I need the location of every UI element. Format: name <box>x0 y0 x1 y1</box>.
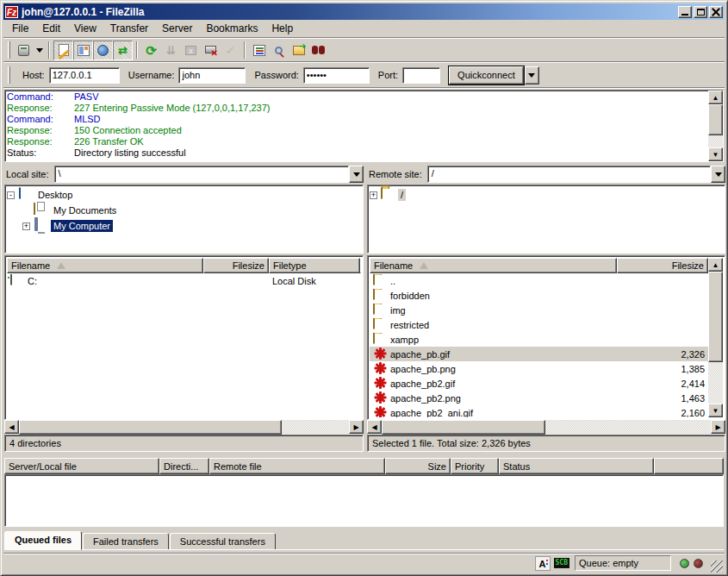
find-files-icon[interactable] <box>308 41 328 60</box>
remote-hscroll-thumb[interactable] <box>382 420 545 435</box>
log-scrollbar[interactable]: ▲ ▼ <box>708 91 723 161</box>
column-filetype[interactable]: Filetype <box>269 258 360 273</box>
menu-edit[interactable]: Edit <box>35 20 67 37</box>
remote-vscroll-thumb[interactable] <box>708 272 723 362</box>
column-filename[interactable]: Filename <box>7 258 203 273</box>
remote-file-row-selected[interactable]: apache_pb.gif 2,326 <box>370 347 708 361</box>
scroll-down-icon[interactable]: ▼ <box>708 147 723 161</box>
selected-tree-item[interactable]: My Computer <box>51 220 113 232</box>
cancel-operation-icon[interactable]: x <box>181 41 201 60</box>
remote-file-row[interactable]: apache_pb2.gif 2,414 <box>370 376 708 391</box>
transfer-type-ascii-icon[interactable]: A <box>535 556 551 571</box>
local-site-combo[interactable]: \ <box>54 166 364 183</box>
column-filesize[interactable]: Filesize <box>617 258 708 273</box>
queue-list[interactable] <box>4 474 724 527</box>
directory-comparison-icon[interactable] <box>269 41 289 60</box>
synchronized-browsing-icon[interactable] <box>289 41 308 60</box>
column-priority[interactable]: Priority <box>451 458 499 474</box>
local-hscroll-thumb[interactable] <box>19 420 282 435</box>
remote-vscrollbar[interactable]: ▲ ▼ <box>708 258 723 417</box>
menu-bookmarks[interactable]: Bookmarks <box>199 20 264 37</box>
toggle-remote-tree-icon[interactable] <box>93 41 113 60</box>
menu-server[interactable]: Server <box>155 20 199 37</box>
directory-listing-filters-icon[interactable] <box>249 41 269 60</box>
reconnect-icon[interactable]: ✓ <box>221 41 240 60</box>
local-file-row[interactable]: C: Local Disk <box>7 273 361 288</box>
remote-site-dropdown[interactable] <box>711 166 725 183</box>
remote-hscrollbar[interactable]: ◀ ▶ <box>367 420 725 435</box>
resize-grip[interactable] <box>711 560 723 573</box>
collapse-icon[interactable]: - <box>7 191 15 199</box>
column-size[interactable]: Size <box>385 458 451 474</box>
log-scroll-thumb[interactable] <box>708 104 723 135</box>
menu-view[interactable]: View <box>67 20 103 37</box>
speedlimit-badge-icon[interactable]: SCB <box>554 558 569 568</box>
toggle-message-log-icon[interactable] <box>53 41 73 60</box>
minimize-button[interactable] <box>678 6 692 18</box>
remote-site-value[interactable]: / <box>427 166 711 183</box>
local-site-dropdown[interactable] <box>349 166 364 183</box>
computer-icon <box>34 219 47 233</box>
chevron-down-icon <box>353 172 360 177</box>
remote-file-row[interactable]: .. <box>370 273 708 288</box>
remote-file-row[interactable]: xampp <box>370 332 708 347</box>
disconnect-icon[interactable] <box>201 41 221 60</box>
scroll-up-icon[interactable]: ▲ <box>708 91 723 104</box>
menu-transfer[interactable]: Transfer <box>103 20 155 37</box>
local-hscrollbar[interactable]: ◀ ▶ <box>4 420 364 435</box>
scroll-left-icon[interactable]: ◀ <box>4 420 19 434</box>
tab-queued-files[interactable]: Queued files <box>4 531 82 550</box>
column-remote-file[interactable]: Remote file <box>209 458 385 474</box>
remote-file-row[interactable]: forbidden <box>370 288 708 303</box>
expand-icon[interactable]: + <box>370 191 377 199</box>
remote-file-row[interactable]: img <box>370 303 708 317</box>
quickconnect-button[interactable]: Quickconnect <box>449 66 524 85</box>
scroll-right-icon[interactable]: ▶ <box>711 420 725 434</box>
refresh-icon[interactable]: ⟳ <box>141 41 161 60</box>
column-status[interactable]: Status <box>499 458 654 474</box>
scroll-left-icon[interactable]: ◀ <box>367 420 382 434</box>
tab-failed-transfers[interactable]: Failed transfers <box>83 533 169 550</box>
image-file-icon <box>373 347 387 361</box>
scroll-down-icon[interactable]: ▼ <box>708 404 723 417</box>
site-manager-icon[interactable] <box>14 41 34 60</box>
local-status: 4 directories <box>4 435 364 452</box>
tab-successful-transfers[interactable]: Successful transfers <box>170 533 276 550</box>
scroll-up-icon[interactable]: ▲ <box>708 258 723 272</box>
tree-item-my-computer[interactable]: + My Computer <box>7 218 361 234</box>
username-input[interactable] <box>178 67 246 84</box>
folder-icon <box>373 289 387 303</box>
process-queue-icon[interactable]: ⇊ <box>161 41 181 60</box>
maximize-button[interactable] <box>694 6 707 18</box>
column-last-modified[interactable]: L <box>360 258 361 273</box>
quickconnect-grip[interactable] <box>8 66 10 84</box>
column-empty <box>654 458 724 474</box>
menu-file[interactable]: File <box>5 20 35 37</box>
column-filesize[interactable]: Filesize <box>203 258 269 273</box>
local-site-value[interactable]: \ <box>54 166 349 183</box>
scroll-right-icon[interactable]: ▶ <box>349 420 364 434</box>
toggle-local-tree-icon[interactable] <box>73 41 93 60</box>
port-input[interactable] <box>402 67 440 84</box>
app-icon[interactable]: Fz <box>5 6 18 18</box>
site-manager-dropdown[interactable] <box>34 41 45 60</box>
tree-item-my-documents[interactable]: My Documents <box>7 203 361 218</box>
remote-file-row[interactable]: restricted <box>370 317 708 332</box>
expand-icon[interactable]: + <box>22 222 30 230</box>
column-direction[interactable]: Directi... <box>159 458 209 474</box>
column-filename[interactable]: Filename <box>370 258 617 273</box>
remote-file-row[interactable]: apache_pb2_ani.gif 2,160 <box>370 405 708 417</box>
remote-site-combo[interactable]: / <box>427 166 725 183</box>
remote-file-row[interactable]: apache_pb2.png 1,463 <box>370 391 708 405</box>
quickconnect-dropdown[interactable] <box>525 66 539 85</box>
remote-file-row[interactable]: apache_pb.png 1,385 <box>370 361 708 376</box>
password-input[interactable] <box>303 67 370 84</box>
menu-help[interactable]: Help <box>264 20 300 37</box>
tree-item-desktop[interactable]: - Desktop <box>7 187 361 203</box>
host-input[interactable] <box>49 67 120 84</box>
tree-item-root[interactable]: + / <box>370 187 723 203</box>
toolbar-grip[interactable] <box>8 41 10 59</box>
close-button[interactable] <box>709 6 723 18</box>
column-server-local-file[interactable]: Server/Local file <box>4 458 159 474</box>
toggle-transfer-queue-icon[interactable]: ⇄ <box>113 41 133 60</box>
